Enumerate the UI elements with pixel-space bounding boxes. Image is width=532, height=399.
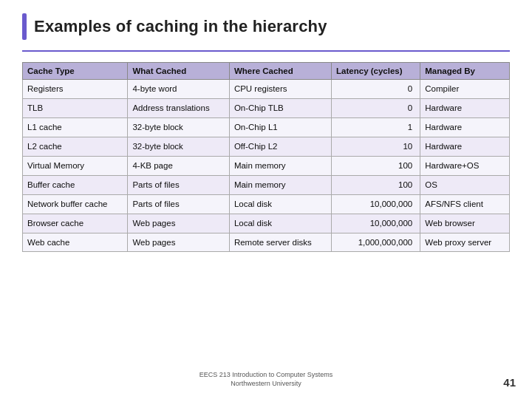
- table-row: TLBAddress translationsOn-Chip TLB0Hardw…: [23, 98, 510, 117]
- caching-table: Cache Type What Cached Where Cached Late…: [22, 62, 510, 252]
- cell-where-cached: On-Chip TLB: [229, 98, 331, 117]
- cell-managed-by: Web browser: [420, 214, 510, 233]
- table-row: Buffer cacheParts of filesMain memory100…: [23, 175, 510, 194]
- cell-cache-type: L1 cache: [23, 117, 128, 137]
- cell-cache-type: Browser cache: [23, 214, 128, 233]
- cell-latency: 100: [332, 156, 420, 175]
- slide-title: Examples of caching in the hierarchy: [34, 17, 327, 36]
- table-row: L1 cache32-byte blockOn-Chip L11Hardware: [23, 117, 510, 137]
- cell-latency: 1,000,000,000: [332, 233, 420, 252]
- title-accent: [22, 13, 27, 40]
- cell-what-cached: 32-byte block: [128, 137, 229, 156]
- cell-cache-type: Web cache: [23, 233, 128, 252]
- table-row: L2 cache32-byte blockOff-Chip L210Hardwa…: [23, 137, 510, 156]
- header-managed-by: Managed By: [420, 63, 510, 80]
- cell-latency: 10,000,000: [332, 194, 420, 214]
- header-latency: Latency (cycles): [332, 63, 420, 80]
- cell-where-cached: Off-Chip L2: [229, 137, 331, 156]
- table-row: Web cacheWeb pagesRemote server disks1,0…: [23, 233, 510, 252]
- cell-managed-by: Hardware+OS: [420, 156, 510, 175]
- table-header-row: Cache Type What Cached Where Cached Late…: [23, 63, 510, 80]
- cell-latency: 10: [332, 137, 420, 156]
- slide-footer: EECS 213 Introduction to Computer System…: [0, 370, 532, 389]
- cell-latency: 0: [332, 80, 420, 99]
- cell-what-cached: Parts of files: [128, 194, 229, 214]
- cell-what-cached: 4-byte word: [128, 80, 229, 99]
- header-where-cached: Where Cached: [229, 63, 331, 80]
- cell-managed-by: Compiler: [420, 80, 510, 99]
- cell-latency: 100: [332, 175, 420, 194]
- table-row: Network buffer cacheParts of filesLocal …: [23, 194, 510, 214]
- cell-cache-type: Network buffer cache: [23, 194, 128, 214]
- table-row: Registers4-byte wordCPU registers0Compil…: [23, 80, 510, 99]
- cell-where-cached: Remote server disks: [229, 233, 331, 252]
- cell-cache-type: L2 cache: [23, 137, 128, 156]
- footer-line1: EECS 213 Introduction to Computer System…: [200, 371, 333, 378]
- cell-where-cached: Local disk: [229, 194, 331, 214]
- cell-managed-by: OS: [420, 175, 510, 194]
- cell-what-cached: Web pages: [128, 214, 229, 233]
- slide-number: 41: [503, 376, 516, 389]
- header-what-cached: What Cached: [128, 63, 229, 80]
- table-row: Virtual Memory4-KB pageMain memory100Har…: [23, 156, 510, 175]
- cell-what-cached: 4-KB page: [128, 156, 229, 175]
- title-bar: Examples of caching in the hierarchy: [22, 13, 510, 40]
- cell-latency: 10,000,000: [332, 214, 420, 233]
- cell-where-cached: On-Chip L1: [229, 117, 331, 137]
- cell-managed-by: AFS/NFS client: [420, 194, 510, 214]
- cell-what-cached: Parts of files: [128, 175, 229, 194]
- cell-where-cached: Main memory: [229, 175, 331, 194]
- cell-cache-type: TLB: [23, 98, 128, 117]
- cell-where-cached: Main memory: [229, 156, 331, 175]
- cell-latency: 0: [332, 98, 420, 117]
- cell-what-cached: Web pages: [128, 233, 229, 252]
- cell-managed-by: Hardware: [420, 98, 510, 117]
- cell-latency: 1: [332, 117, 420, 137]
- table-row: Browser cacheWeb pagesLocal disk10,000,0…: [23, 214, 510, 233]
- slide-page: Examples of caching in the hierarchy Cac…: [0, 0, 532, 399]
- cell-cache-type: Virtual Memory: [23, 156, 128, 175]
- cell-what-cached: Address translations: [128, 98, 229, 117]
- title-divider: [22, 50, 510, 52]
- cell-cache-type: Buffer cache: [23, 175, 128, 194]
- cell-where-cached: CPU registers: [229, 80, 331, 99]
- footer-line2: Northwestern University: [231, 380, 301, 387]
- cell-managed-by: Hardware: [420, 117, 510, 137]
- cell-managed-by: Hardware: [420, 137, 510, 156]
- cell-cache-type: Registers: [23, 80, 128, 99]
- cell-what-cached: 32-byte block: [128, 117, 229, 137]
- cell-where-cached: Local disk: [229, 214, 331, 233]
- header-cache-type: Cache Type: [23, 63, 128, 80]
- cell-managed-by: Web proxy server: [420, 233, 510, 252]
